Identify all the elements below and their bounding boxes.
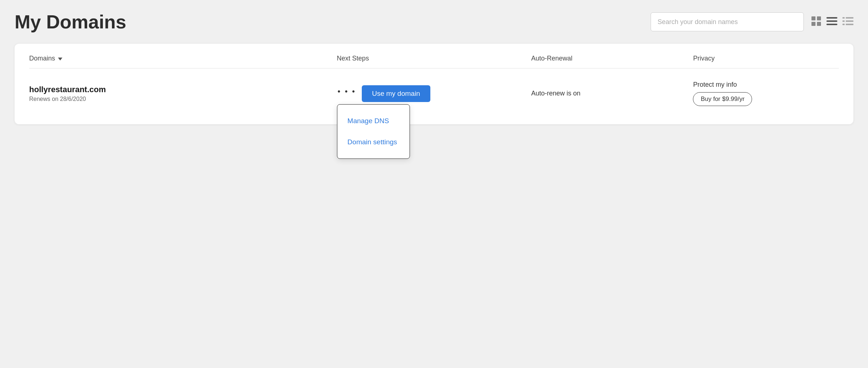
svg-rect-6 (826, 24, 837, 25)
grid-view-icon[interactable] (811, 16, 821, 28)
svg-rect-4 (826, 17, 837, 19)
search-input[interactable] (651, 12, 804, 31)
list-detail-icon[interactable] (842, 16, 853, 28)
manage-dns-item[interactable]: Manage DNS (337, 110, 410, 132)
svg-rect-1 (817, 16, 821, 20)
svg-rect-7 (842, 17, 845, 19)
table-header: Domains Next Steps Auto-Renewal Privacy (29, 55, 839, 68)
domains-card: Domains Next Steps Auto-Renewal Privacy … (15, 44, 853, 124)
privacy-cell: Protect my info Buy for $9.99/yr (693, 81, 839, 106)
column-domains[interactable]: Domains (29, 55, 337, 62)
domain-settings-item[interactable]: Domain settings (337, 132, 410, 153)
svg-rect-2 (811, 22, 815, 26)
svg-rect-10 (846, 20, 853, 22)
domain-info: hollyrestaurant.com Renews on 28/6/2020 (29, 85, 337, 102)
svg-rect-5 (826, 20, 837, 22)
svg-rect-8 (846, 17, 853, 19)
more-options-button[interactable]: • • • (337, 85, 357, 98)
next-steps-cell: • • • Use my domain Manage DNS Domain se… (337, 85, 531, 102)
header-right (651, 12, 853, 31)
svg-rect-3 (817, 22, 821, 26)
svg-rect-0 (811, 16, 815, 20)
page-title: My Domains (15, 11, 126, 33)
svg-rect-9 (842, 20, 845, 22)
domain-name: hollyrestaurant.com (29, 85, 337, 94)
domains-sort-icon (58, 58, 62, 60)
table-row: hollyrestaurant.com Renews on 28/6/2020 … (29, 77, 839, 110)
svg-rect-12 (846, 24, 853, 25)
svg-rect-11 (842, 24, 845, 25)
domain-renew-date: Renews on 28/6/2020 (29, 96, 337, 102)
list-compact-icon[interactable] (826, 16, 837, 28)
column-privacy: Privacy (693, 55, 839, 62)
column-domains-label: Domains (29, 55, 55, 62)
page-header: My Domains (15, 11, 853, 33)
column-next-steps: Next Steps (337, 55, 531, 62)
buy-privacy-button[interactable]: Buy for $9.99/yr (693, 92, 752, 106)
view-icons (811, 16, 853, 28)
dropdown-menu: Manage DNS Domain settings (337, 104, 410, 159)
auto-renewal-cell: Auto-renew is on (531, 90, 693, 97)
use-my-domain-button[interactable]: Use my domain (362, 85, 430, 102)
column-auto-renewal: Auto-Renewal (531, 55, 693, 62)
protect-info-label: Protect my info (693, 81, 839, 89)
